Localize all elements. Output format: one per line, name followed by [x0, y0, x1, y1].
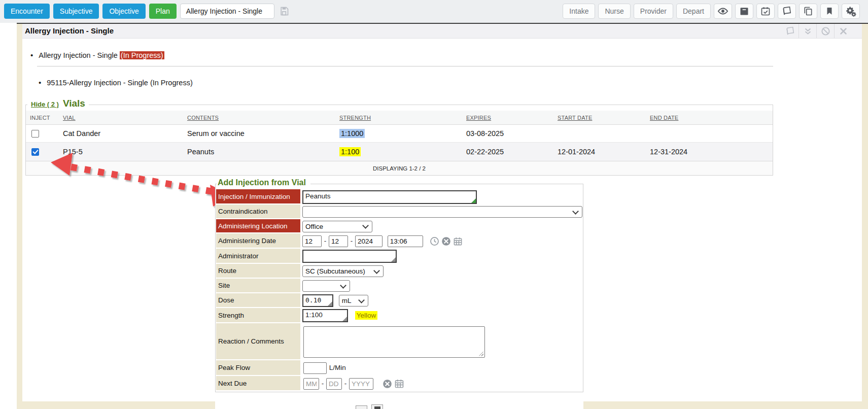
next-due-year-input[interactable] [349, 378, 373, 390]
field-label: Reaction / Comments [216, 323, 302, 360]
stage-button-nurse[interactable]: Nurse [598, 4, 630, 19]
strength-color-note: Yellow [355, 311, 378, 320]
form-row-next-due: Next Due - - [216, 376, 582, 391]
field-label: Administering Date [216, 233, 302, 249]
form-row-peak-flow: Peak Flow L/Min [216, 360, 582, 376]
location-value: Office [305, 223, 323, 230]
calendar-check-icon[interactable] [756, 4, 775, 19]
hide-vials-link[interactable]: Hide ( 2 ) [31, 100, 59, 108]
eye-icon[interactable] [714, 4, 732, 19]
nav-button-encounter[interactable]: Encounter [4, 4, 50, 19]
administering-location-select[interactable]: Office [302, 221, 372, 232]
field-label: Administering Location [216, 219, 302, 233]
form-row-strength: Strength 1:100 Yellow [216, 308, 582, 323]
vial-start-date: 12-01-2024 [553, 143, 646, 161]
administrator-field[interactable] [302, 250, 397, 263]
double-chevron-down-icon[interactable] [799, 24, 816, 38]
next-due-day-input[interactable] [326, 378, 342, 390]
archive-box-icon[interactable] [735, 4, 753, 19]
reaction-comments-textarea[interactable] [303, 326, 485, 358]
peak-flow-input[interactable] [303, 362, 327, 374]
col-contents[interactable]: CONTENTS [183, 111, 335, 125]
clock-icon[interactable] [430, 236, 439, 246]
calendar-icon[interactable] [394, 379, 404, 389]
clear-circle-icon[interactable] [441, 236, 451, 246]
paging-status: DISPLAYING 1-2 / 2 [26, 161, 773, 176]
vial-expires: 02-22-2025 [462, 143, 553, 161]
vials-title: Vials [63, 98, 85, 109]
bullet-dot: • [30, 51, 33, 59]
form-row-dose: Dose 0.10 mL [216, 293, 582, 308]
note-subitem-text: 95115-Allergy Injection - Single (In Pro… [47, 79, 192, 87]
form-row-administrator: Administrator [216, 249, 582, 264]
save-icon[interactable] [279, 6, 289, 16]
calendar-icon[interactable] [453, 236, 463, 246]
dose-unit-value: mL [342, 297, 352, 304]
next-due-month-input[interactable] [303, 378, 319, 390]
settings-gears-icon[interactable] [842, 4, 860, 19]
col-expires[interactable]: EXPIRES [462, 111, 553, 125]
resize-handle[interactable] [471, 198, 476, 203]
bookmark-icon[interactable] [820, 4, 839, 19]
dose-unit-select[interactable]: mL [339, 295, 368, 306]
time-input[interactable] [388, 235, 423, 247]
close-icon[interactable] [835, 24, 852, 38]
block-icon[interactable] [817, 24, 834, 38]
dash: - [351, 237, 353, 245]
dash: - [344, 380, 347, 387]
partial-button-right[interactable] [371, 404, 383, 409]
section-title: Allergy Injection - Single [25, 24, 114, 38]
form-column-tail [215, 392, 583, 409]
partial-button-left[interactable] [356, 405, 367, 409]
field-label: Peak Flow [216, 360, 302, 376]
site-select[interactable] [302, 280, 350, 292]
resize-handle[interactable] [342, 317, 347, 321]
vial-contents: Peanuts [183, 143, 335, 161]
route-value: SC (Subcutaneous) [305, 267, 365, 275]
nav-button-plan[interactable]: Plan [149, 4, 177, 19]
section-header: Allergy Injection - Single [22, 24, 862, 39]
vial-checkbox[interactable] [31, 148, 39, 156]
nav-button-objective[interactable]: Objective [102, 4, 145, 19]
col-start-date[interactable]: START DATE [553, 111, 646, 125]
vials-legend: Hide ( 2 ) Vials [27, 98, 89, 109]
form-row-location: Administering Location Office [216, 219, 582, 233]
strength-field[interactable]: 1:100 [302, 309, 348, 322]
stage-button-intake[interactable]: Intake [563, 4, 595, 19]
date-month-input[interactable] [302, 235, 322, 247]
copy-pages-icon[interactable] [799, 4, 817, 19]
stage-button-provider[interactable]: Provider [634, 4, 673, 19]
template-title-box[interactable]: Allergy Injection - Single [180, 4, 274, 19]
page-scroll-strip[interactable] [862, 24, 868, 409]
vial-end-date: 12-31-2024 [646, 143, 773, 161]
note-item: • Allergy Injection - Single (In Progres… [30, 51, 164, 59]
table-footer-row: DISPLAYING 1-2 / 2 [26, 161, 773, 176]
dose-field[interactable]: 0.10 [302, 294, 333, 307]
col-vial[interactable]: VIAL [59, 111, 183, 125]
col-strength[interactable]: STRENGTH [335, 111, 462, 125]
clear-circle-icon[interactable] [383, 379, 392, 389]
nav-button-subjective[interactable]: Subjective [53, 4, 99, 19]
injection-field[interactable]: Peanuts [302, 190, 477, 204]
bullet-dot: • [39, 78, 41, 87]
book-icon[interactable] [781, 24, 798, 38]
book-icon[interactable] [778, 4, 796, 19]
route-select[interactable]: SC (Subcutaneous) [302, 265, 384, 277]
resize-handle[interactable] [328, 301, 332, 306]
resize-handle[interactable] [391, 257, 396, 262]
resize-handle[interactable] [479, 352, 483, 356]
stage-button-depart[interactable]: Depart [676, 4, 711, 19]
table-row: Cat Dander Serum or vaccine 1:1000 03-08… [26, 125, 773, 143]
col-end-date[interactable]: END DATE [646, 111, 773, 125]
contraindication-select[interactable] [302, 206, 582, 218]
date-day-input[interactable] [329, 235, 348, 247]
vials-table: INJECT VIAL CONTENTS STRENGTH EXPIRES ST… [26, 111, 773, 175]
vial-checkbox[interactable] [31, 130, 39, 138]
vial-contents: Serum or vaccine [183, 125, 335, 143]
dash: - [322, 380, 324, 387]
date-year-input[interactable] [355, 235, 383, 247]
field-label: Next Due [216, 376, 302, 391]
template-title: Allergy Injection - Single [186, 7, 262, 15]
form-legend: Add Injection from Vial [217, 178, 310, 187]
note-item-text: Allergy Injection - Single [39, 51, 118, 59]
